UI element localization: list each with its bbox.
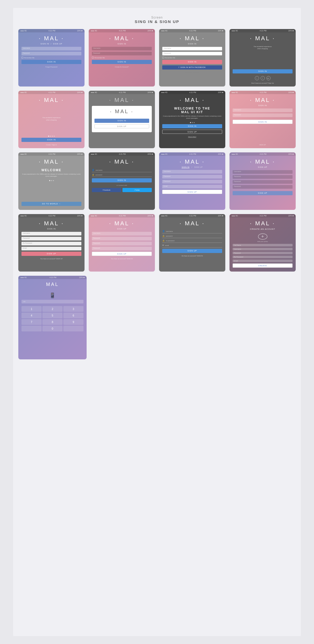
create-btn-16[interactable]: CREATE [233,263,293,268]
username-field-12[interactable]: Username [233,170,293,174]
create-link-5[interactable]: Create / Sign In [46,144,57,146]
fullname-field-16[interactable]: Full Name [233,244,293,246]
password2-field-11[interactable]: Password [162,180,222,183]
remember-checkbox-3[interactable] [162,57,164,59]
email-field-13[interactable]: Email [21,247,81,250]
signup-btn-12[interactable]: SIGN UP [233,191,293,195]
signin-btn-1[interactable]: SIGN IN [21,60,81,64]
tw-btn-10[interactable]: t Twitter [122,188,152,192]
desc-9: It was popularised in the 1960s with the… [21,173,81,177]
key-7[interactable]: 7 [21,319,42,325]
password-field-12[interactable]: Password [233,175,293,179]
signup-btn-14[interactable]: SIGN UP [92,252,152,256]
key-9[interactable]: 9 [63,319,83,325]
key-empty1 [21,326,42,331]
help-link-7[interactable]: Need Help? [188,136,197,137]
key-0[interactable]: 0 [42,326,63,331]
email-field-16[interactable]: Email [233,260,293,262]
password2-field-14[interactable]: Password [92,242,152,245]
password2-field-12[interactable]: Password [233,180,293,184]
add-photo-circle-16[interactable]: + [258,233,267,240]
username-field-2[interactable]: Username [92,47,152,50]
signin-btn-2[interactable]: SIGN IN [92,60,152,64]
password3-field-14[interactable]: Password [92,247,152,250]
username-field-8[interactable]: Username [233,108,293,112]
username-field-1[interactable]: Username [21,47,81,50]
screen-phone: ●●● 4G 4:21 PM 20% ■ MAL 📱 +64 1 2 3 4 5… [18,276,87,359]
key-8[interactable]: 8 [42,319,63,325]
password-field-14[interactable]: Password [92,237,152,240]
password3-field-12[interactable]: Password [233,185,293,189]
status-bar-12: ●●● 4G 4:21 PM 20% ■ [229,152,296,156]
dot-1-5 [48,136,49,137]
username-field-3[interactable]: Username [162,47,222,50]
logo-8: · MAL · [250,97,275,104]
key-6[interactable]: 6 [63,313,83,318]
repassword-field-13[interactable]: Re Password [21,242,81,245]
screen-7: ●●● 4G 4:21 PM 20% ■ · MAL · WELCOME TO … [159,91,225,148]
create-account-link-3[interactable]: Create An Account? [185,72,199,73]
tab-signin-11[interactable]: SIGN IN [182,166,189,168]
google-icon-4[interactable]: g+ [266,76,271,80]
signin-link-15[interactable]: Do have an account? SIGN IN [182,255,203,257]
key-1[interactable]: 1 [21,306,42,312]
remember-checkbox-1[interactable] [21,57,23,59]
repassword-field-16[interactable]: Re Password [233,256,293,258]
fb-signin-btn-3[interactable]: f SIGN IN WITH FACEBOOK [162,65,222,70]
email-field-11[interactable]: Email [162,185,222,188]
signin-btn-7[interactable]: SIGN IN [162,124,222,128]
signup-link-4[interactable]: Don't have an account? Sign Up [251,82,274,84]
password-field-11[interactable]: Password [162,175,222,179]
facebook-icon-4[interactable]: f [261,76,265,80]
forgot-link-1[interactable]: Forgot Password [46,66,57,68]
screen-body-5: · MAL · The wonderful experiencewhen sho… [18,94,85,148]
nav-8: SIGN IN [258,105,267,106]
create-account-link-2[interactable]: Create An Account? [115,66,129,68]
username-field-16[interactable]: Username [233,248,293,250]
username-field-14[interactable]: Username [92,232,152,235]
screen-body-10: · MAL · 👤 username 🔒 password SIGN IN or… [89,156,155,210]
signup-btn-15[interactable]: SIGN UP [162,249,222,253]
signup-card-btn-6[interactable]: SIGN UP [94,124,149,128]
signin-btn-5[interactable]: SIGN IN [21,138,81,142]
password-field-8[interactable]: Password [233,113,293,117]
nav-13: SIGN IN [47,228,56,230]
signin-link-14[interactable]: You have an account? SIGN IN [111,258,133,260]
status-bar-16: ●●● 4G 4:21 PM 20% ■ [229,214,296,217]
signup-btn-11[interactable]: SIGN UP [162,190,222,194]
twitter-icon-4[interactable]: t [255,76,259,80]
username-field-13[interactable]: Username [21,232,81,235]
password-field-16[interactable]: Password [233,252,293,254]
password-field-13[interactable]: Password [21,237,81,240]
password-field-3[interactable]: Password [162,52,222,55]
goto-world-btn-9[interactable]: GO TO WORLD → [21,202,81,206]
signin-btn-8[interactable]: SIGN IN [233,120,293,124]
password-field-1[interactable]: Password [21,52,81,55]
key-2[interactable]: 2 [42,306,63,312]
screen-12: ●●● 4G 4:21 PM 20% ■ · MAL · SIGN UP Use… [229,152,296,210]
key-3[interactable]: 3 [63,306,83,312]
signin-btn-4[interactable]: SIGN IN [233,69,293,73]
fb-btn-10[interactable]: f Facebook [92,188,121,192]
tab-signup-11[interactable]: SIGN UP [194,166,203,168]
signin-card-btn-6[interactable]: SIGN IN [94,119,149,123]
password-field-2[interactable]: Password [92,52,152,55]
repassword-text-15: re password [166,240,175,242]
key-5[interactable]: 5 [42,313,63,318]
signin-btn-3[interactable]: SIGN IN [162,60,222,64]
phone-field[interactable]: +64 [21,300,83,303]
subtitle-5: The wonderful experiencewhen shopping [42,117,60,121]
remember-checkbox-2[interactable] [92,57,94,59]
dot-1-9 [49,180,50,181]
username-field-11[interactable]: Username [162,170,222,174]
logo-16: · MAL · [250,220,275,227]
card-logo-6: · MAL · [110,108,134,114]
signup-btn-7[interactable]: SIGN UP [162,130,222,134]
signin-link-13[interactable]: You have an account? SIGN UP [40,258,63,260]
key-4[interactable]: 4 [21,313,42,318]
signin-btn-10[interactable]: SIGN IN [92,178,152,182]
signup-btn-13[interactable]: SIGN UP [21,252,81,256]
signup-link-8[interactable]: SIGN UP [259,144,266,146]
remember-row-2: Remember Me [92,57,152,59]
remember-label-1: Remember Me [24,57,35,59]
